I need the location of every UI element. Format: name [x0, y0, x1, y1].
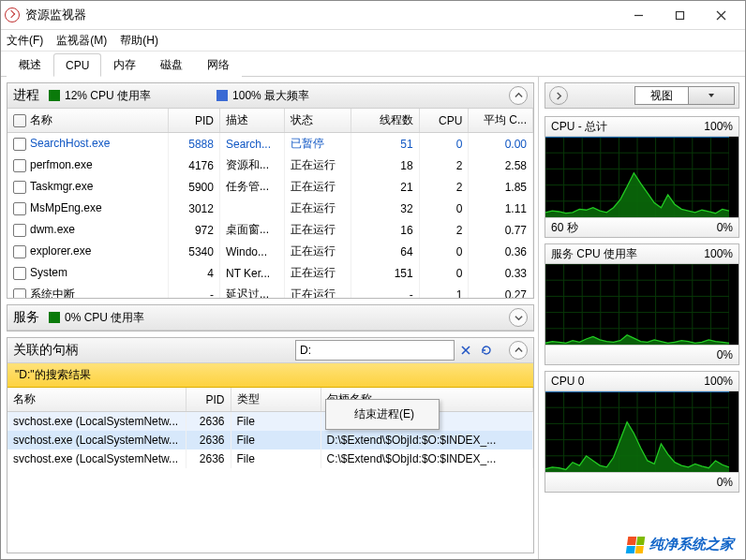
- table-row[interactable]: svchost.exe (LocalSystemNetw...2636FileD…: [7, 431, 533, 449]
- view-dropdown[interactable]: 视图: [634, 86, 735, 105]
- table-row[interactable]: svchost.exe (LocalSystemNetw...2636FileC…: [7, 449, 533, 468]
- col-avg[interactable]: 平均 C...: [469, 109, 533, 133]
- table-row[interactable]: System4NT Ker...正在运行15100.33: [7, 262, 533, 284]
- col-threads[interactable]: 线程数: [351, 109, 419, 133]
- clear-search-button[interactable]: [456, 341, 475, 360]
- menubar: 文件(F) 监视器(M) 帮助(H): [1, 30, 745, 52]
- chart-max: 100%: [704, 375, 733, 388]
- maximize-button[interactable]: [659, 2, 700, 28]
- row-checkbox[interactable]: [13, 138, 26, 151]
- titlebar: 资源监视器: [1, 1, 745, 30]
- hcol-pid[interactable]: PID: [186, 388, 231, 412]
- handles-title: 关联的句柄: [13, 342, 79, 359]
- chart-block: CPU 0100%0%: [545, 371, 739, 493]
- refresh-search-button[interactable]: [477, 341, 496, 360]
- tab-memory[interactable]: 内存: [101, 52, 148, 77]
- table-row[interactable]: perfmon.exe4176资源和...正在运行1822.58: [7, 155, 533, 176]
- col-status[interactable]: 状态: [284, 109, 351, 133]
- processes-panel: 进程 12% CPU 使用率 100% 最大频率 名称 PID 描述 状态 线程…: [7, 82, 534, 299]
- chart-title: CPU - 总计: [551, 119, 607, 135]
- services-panel: 服务 0% CPU 使用率: [7, 304, 534, 332]
- processes-title: 进程: [13, 87, 39, 104]
- search-results-label: "D:"的搜索结果: [7, 363, 533, 388]
- table-row[interactable]: SearchHost.exe5888Search...已暂停5100.00: [7, 133, 533, 155]
- services-cpu-stat: 0% CPU 使用率: [49, 310, 144, 326]
- watermark: 纯净系统之家: [621, 534, 739, 555]
- tabs: 概述 CPU 内存 磁盘 网络: [1, 52, 745, 77]
- minimize-button[interactable]: [618, 2, 659, 28]
- row-checkbox[interactable]: [13, 267, 26, 280]
- chart-title: CPU 0: [551, 375, 584, 388]
- close-button[interactable]: [700, 2, 741, 28]
- dropdown-arrow-icon: [688, 87, 734, 104]
- svg-rect-1: [676, 11, 683, 19]
- chart-canvas: [545, 137, 739, 217]
- row-checkbox[interactable]: [13, 245, 26, 258]
- handles-table[interactable]: 名称 PID 类型 句柄名称 svchost.exe (LocalSystemN…: [7, 388, 533, 468]
- tab-network[interactable]: 网络: [195, 52, 242, 77]
- menu-monitor[interactable]: 监视器(M): [56, 33, 107, 49]
- table-row[interactable]: svchost.exe (LocalSystemNetw...2636Filei…: [7, 412, 533, 432]
- chart-block: CPU - 总计100%60 秒0%: [545, 116, 739, 238]
- expand-services-button[interactable]: [509, 308, 528, 327]
- chart-block: 服务 CPU 使用率100%0%: [545, 243, 739, 365]
- chart-min: 0%: [717, 221, 733, 234]
- max-freq-stat: 100% 最大频率: [216, 88, 309, 104]
- table-row[interactable]: Taskmgr.exe5900任务管...正在运行2121.85: [7, 176, 533, 198]
- table-row[interactable]: explorer.exe5340Windo...正在运行6400.36: [7, 241, 533, 262]
- row-checkbox[interactable]: [13, 202, 26, 215]
- chart-max: 100%: [704, 247, 733, 260]
- tab-cpu[interactable]: CPU: [53, 53, 101, 77]
- table-row[interactable]: 系统中断-延迟过...正在运行-10.27: [7, 284, 533, 298]
- right-pane-header: 视图: [545, 82, 739, 109]
- chart-min: 0%: [717, 348, 733, 361]
- collapse-processes-button[interactable]: [509, 86, 528, 105]
- app-icon: [5, 7, 20, 22]
- context-end-process[interactable]: 结束进程(E): [328, 403, 437, 426]
- cpu-usage-stat: 12% CPU 使用率: [49, 88, 151, 104]
- table-row[interactable]: dwm.exe972桌面窗...正在运行1620.77: [7, 219, 533, 241]
- expand-right-button[interactable]: [549, 86, 568, 105]
- hcol-name[interactable]: 名称: [7, 388, 186, 412]
- chart-canvas: [545, 391, 739, 472]
- row-checkbox[interactable]: [13, 224, 26, 237]
- services-title: 服务: [13, 309, 39, 326]
- chart-title: 服务 CPU 使用率: [551, 246, 637, 262]
- checkbox-all[interactable]: [13, 114, 26, 127]
- chart-canvas: [545, 264, 739, 345]
- col-desc[interactable]: 描述: [219, 109, 284, 133]
- col-pid[interactable]: PID: [169, 109, 220, 133]
- chart-min: 0%: [717, 476, 733, 489]
- hcol-type[interactable]: 类型: [231, 388, 321, 412]
- context-menu: 结束进程(E): [325, 399, 440, 430]
- chart-xlabel: 60 秒: [551, 220, 578, 236]
- handles-panel: 关联的句柄 "D:"的搜索结果 名称 PID 类型 句柄名称: [7, 337, 534, 553]
- col-name[interactable]: 名称: [7, 109, 169, 133]
- processes-table[interactable]: 名称 PID 描述 状态 线程数 CPU 平均 C... SearchHost.…: [7, 109, 533, 298]
- menu-file[interactable]: 文件(F): [7, 33, 43, 49]
- watermark-logo-icon: [626, 537, 646, 553]
- row-checkbox[interactable]: [13, 288, 26, 298]
- app-title: 资源监视器: [25, 7, 86, 23]
- row-checkbox[interactable]: [13, 181, 26, 194]
- chart-max: 100%: [704, 120, 733, 133]
- handles-search-input[interactable]: [295, 340, 455, 361]
- tab-overview[interactable]: 概述: [7, 52, 53, 77]
- col-cpu[interactable]: CPU: [419, 109, 469, 133]
- collapse-handles-button[interactable]: [509, 341, 528, 360]
- tab-disk[interactable]: 磁盘: [148, 52, 195, 77]
- svg-marker-6: [709, 94, 714, 97]
- menu-help[interactable]: 帮助(H): [120, 33, 158, 49]
- table-row[interactable]: MsMpEng.exe3012正在运行3201.11: [7, 198, 533, 219]
- row-checkbox[interactable]: [13, 159, 26, 172]
